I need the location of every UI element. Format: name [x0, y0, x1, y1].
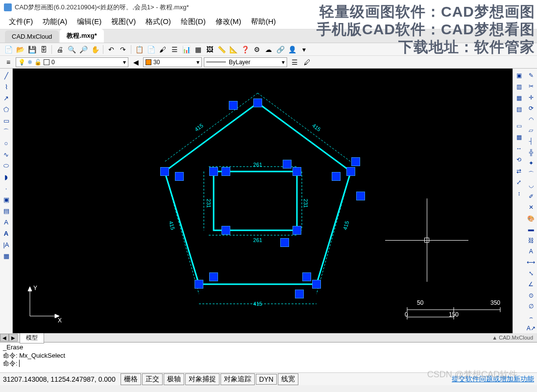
rotate-icon[interactable]: ⟳: [526, 103, 536, 113]
plot-icon[interactable]: 🖼: [204, 44, 215, 55]
properties-icon[interactable]: 📊: [181, 44, 192, 55]
dim-ang-icon[interactable]: ∠: [526, 280, 536, 289]
insert-block-icon[interactable]: ▣: [1, 195, 11, 204]
grip[interactable]: [312, 280, 321, 289]
align-icon[interactable]: ▬: [526, 224, 536, 234]
window-icon[interactable]: ▭: [514, 121, 524, 131]
layer-manager-icon[interactable]: ≡: [3, 57, 14, 68]
join-icon[interactable]: ╬: [526, 147, 536, 157]
pan-icon[interactable]: ✋: [90, 44, 100, 55]
menu-function[interactable]: 功能(A): [38, 15, 72, 28]
offset-tool-icon[interactable]: ▦: [514, 93, 524, 103]
explode-icon[interactable]: ✦: [526, 159, 536, 168]
scroll-left-icon[interactable]: ◀: [0, 334, 9, 342]
spline-icon[interactable]: ∿: [1, 149, 11, 159]
menu-help[interactable]: 帮助(H): [246, 15, 281, 28]
dim-dia-icon[interactable]: ∅: [526, 302, 536, 311]
help-icon[interactable]: ❓: [240, 44, 250, 55]
mirror-tool-icon[interactable]: ▥: [514, 82, 524, 92]
scroll-right-icon[interactable]: ▶: [9, 334, 18, 342]
ellipse-icon[interactable]: ⬭: [1, 161, 11, 171]
mtext-icon[interactable]: A: [1, 228, 11, 238]
point-icon[interactable]: ·: [1, 183, 11, 193]
flip-tool-icon[interactable]: ⇄: [514, 166, 524, 176]
grip[interactable]: [160, 167, 169, 176]
new-icon[interactable]: 📄: [3, 44, 14, 55]
linetype-dropdown[interactable]: ByLayer ▾: [204, 57, 287, 67]
user-icon[interactable]: 👤: [287, 44, 297, 55]
move-tool-icon[interactable]: ↔: [514, 144, 524, 153]
menu-format[interactable]: 格式(O): [141, 15, 176, 28]
toggle-ortho[interactable]: 正交: [142, 373, 163, 385]
trim-icon[interactable]: ✂: [526, 81, 536, 91]
dim-arc-icon[interactable]: ⌢: [526, 313, 536, 322]
dim-icon[interactable]: 📐: [228, 44, 239, 55]
rectangle-icon[interactable]: ▭: [1, 116, 11, 125]
toggle-dyn[interactable]: DYN: [256, 374, 277, 385]
tab-tutorial[interactable]: 教程.mxg*: [60, 29, 103, 43]
save-icon[interactable]: 💾: [26, 44, 37, 55]
measure-icon[interactable]: 📏: [216, 44, 227, 55]
grip[interactable]: [195, 280, 203, 289]
scale-tool-icon[interactable]: ⤢: [514, 177, 524, 187]
saveas-icon[interactable]: 🗄: [38, 44, 49, 55]
grip[interactable]: [221, 167, 230, 176]
menu-modify[interactable]: 修改(M): [211, 15, 246, 28]
grip[interactable]: [346, 167, 355, 176]
copy-icon[interactable]: 📋: [134, 44, 145, 55]
grip[interactable]: [295, 290, 304, 298]
zoom-out-icon[interactable]: 🔎: [78, 44, 89, 55]
toggle-polar[interactable]: 极轴: [164, 373, 184, 385]
grip[interactable]: [283, 160, 292, 169]
print-icon[interactable]: 🖨: [54, 44, 65, 55]
make-block-icon[interactable]: ▤: [1, 206, 11, 216]
copy-tool-icon[interactable]: ▣: [514, 71, 524, 80]
lineweight-icon[interactable]: ☰: [289, 57, 300, 68]
toggle-grid[interactable]: 栅格: [121, 373, 141, 385]
extend-icon[interactable]: ✛: [526, 93, 536, 102]
dim-align-icon[interactable]: ⤡: [526, 269, 536, 278]
delete-icon[interactable]: ✕: [526, 202, 536, 212]
grip[interactable]: [351, 157, 360, 166]
circle-icon[interactable]: ○: [1, 138, 11, 148]
text-icon[interactable]: A: [1, 217, 11, 227]
ellipse-arc-icon[interactable]: ◗: [1, 172, 11, 182]
polyline-icon[interactable]: ⌇: [1, 82, 11, 92]
block-icon[interactable]: ▦: [193, 44, 203, 55]
text-edit-icon[interactable]: A: [526, 246, 536, 256]
grip[interactable]: [221, 226, 230, 235]
chamfer-icon[interactable]: ▱: [526, 125, 536, 135]
link-icon[interactable]: ⛓: [526, 236, 536, 245]
fillet-icon[interactable]: ◠: [526, 115, 536, 124]
paste-icon[interactable]: 📄: [146, 44, 156, 55]
rotate-tool-icon[interactable]: ⟲: [514, 155, 524, 165]
dim-lin-icon[interactable]: ⟷: [526, 258, 536, 267]
array-tool-icon[interactable]: ▤: [514, 104, 524, 114]
grip[interactable]: [356, 192, 365, 200]
arc-trim-icon[interactable]: ⌒: [526, 170, 536, 179]
undo-icon[interactable]: ↶: [106, 44, 117, 55]
grip[interactable]: [209, 167, 218, 176]
break-icon[interactable]: ┤: [526, 137, 536, 146]
command-window[interactable]: _Erase 命令: Mx_QuickSelect 命令:: [0, 342, 537, 372]
grip[interactable]: [293, 167, 301, 176]
tab-mxcloud[interactable]: CAD.MxCloud: [5, 30, 59, 43]
toggle-otrack[interactable]: 对象追踪: [220, 373, 255, 385]
menu-draw[interactable]: 绘图(D): [176, 15, 211, 28]
layer-prev-icon[interactable]: ◀: [130, 57, 141, 68]
region-icon[interactable]: ▦: [1, 251, 11, 261]
hatch-icon[interactable]: |A: [1, 240, 11, 249]
grip[interactable]: [293, 226, 301, 235]
grip[interactable]: [253, 98, 262, 107]
menu-edit[interactable]: 编辑(E): [72, 15, 106, 28]
erase-icon[interactable]: ✎: [526, 71, 536, 80]
settings-icon[interactable]: ⚙: [251, 44, 262, 55]
cloud-icon[interactable]: ☁: [263, 44, 274, 55]
drawing-canvas[interactable]: 415 415 415 415 415 261 261 231 231: [13, 69, 513, 333]
toggle-lineweight[interactable]: 线宽: [278, 373, 298, 385]
model-tab[interactable]: 模型: [20, 332, 44, 343]
brush-icon[interactable]: 🖊: [302, 57, 313, 68]
grip[interactable]: [302, 272, 311, 281]
more-icon[interactable]: ▾: [298, 44, 309, 55]
polygon-icon[interactable]: ⬠: [1, 104, 11, 114]
